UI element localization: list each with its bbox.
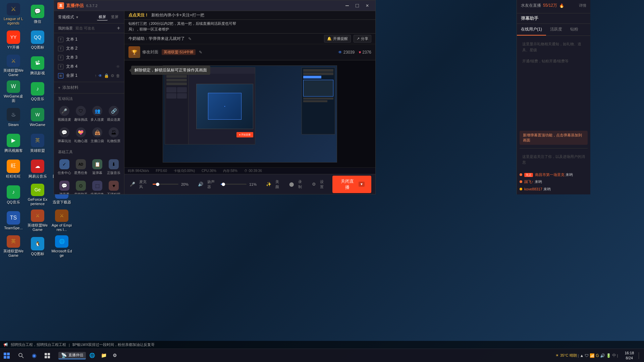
interactive-gift-vote[interactable]: 🗳 礼物投票 <box>106 125 121 145</box>
desktop-icon-geforce[interactable]: Ge GeForce Experience <box>26 182 49 207</box>
landscape-button[interactable]: 横屏 <box>97 14 108 20</box>
share-button[interactable]: ↗ 分享 <box>354 35 371 43</box>
mic-icon[interactable]: 🎤 <box>128 180 137 188</box>
detail-button[interactable]: 详情 <box>579 3 586 8</box>
taskbar-search[interactable] <box>15 350 27 362</box>
interactive-gift-wish[interactable]: 💝 礼物心愿 <box>73 125 88 145</box>
scene-item-label: 文本 1 <box>66 37 77 42</box>
desktop-icon-aoe[interactable]: ⚔ Age of Empires I... <box>50 208 73 233</box>
tab-activity[interactable]: 活跃度 <box>546 24 566 36</box>
interactive-anchor-pocket[interactable]: 👜 主播口袋 <box>90 125 105 145</box>
tool-official-music[interactable]: ⬇ 正版音乐 <box>106 157 121 177</box>
beauty-icon[interactable]: ✨ <box>265 180 273 188</box>
cpu-stat: CPU:36% <box>202 169 216 173</box>
stop-stream-button[interactable]: 关闭直播 ▼ <box>332 176 371 193</box>
desktop-icon-lol[interactable]: ⚔ League of Legends <box>2 2 25 27</box>
desktop-icon-ying-lol[interactable]: 英 英雄联盟WeGame <box>2 234 25 259</box>
desktop-icon-qq2[interactable]: 🐧 QQ图标 <box>26 234 49 259</box>
taskbar-cortana[interactable]: ◉ <box>28 350 40 362</box>
tab-diamond[interactable]: 钻粉 <box>566 24 582 36</box>
desktop-icon-teamspeak[interactable]: TS TeamSpe... <box>2 208 25 233</box>
scene-item-text1[interactable]: T 文本 1 <box>54 35 124 44</box>
tool-scene-switcher[interactable]: ⬚ 场景切换器 <box>90 179 105 194</box>
tray-ime[interactable]: 中 <box>612 353 616 358</box>
add-material-button[interactable]: + 添加材料 <box>54 82 124 94</box>
tool-return-bullet[interactable]: 📋 返弹幕 <box>90 157 105 177</box>
tool-bullet-show[interactable]: 💬 弹幕秀 <box>57 179 72 194</box>
interactive-video-link[interactable]: 🎤 视频连麦 <box>57 104 72 124</box>
interactive-challenge[interactable]: 🛡 趣味挑战 <box>73 104 88 124</box>
inner-start-stream-btn[interactable]: ● 开始直播 <box>236 132 253 137</box>
desktop-icon-wang-yun[interactable]: ☁ 网易云音乐 <box>26 157 49 182</box>
tray-volume[interactable]: 🔋 <box>606 353 611 358</box>
tool-task-center[interactable]: ✓ 任务中心 <box>57 157 72 177</box>
desktop-icon-wegame[interactable]: W WeGame <box>26 105 49 130</box>
likes-count: 2376 <box>362 50 371 55</box>
minimize-button[interactable] <box>342 2 352 9</box>
mic-volume-slider[interactable] <box>153 184 178 185</box>
desktop-icon-qq[interactable]: QQ QQ图标 <box>26 27 49 53</box>
maximize-button[interactable] <box>353 2 362 9</box>
taskbar-clock[interactable]: 16:18 8/24 <box>621 351 637 360</box>
tool-room-helper[interactable]: ⊙ 房管助手 <box>73 179 88 194</box>
edit-game-icon[interactable]: ✎ <box>199 50 202 55</box>
desktop-icon-ying2[interactable]: 英 英雄联盟 <box>26 131 49 156</box>
desktop-icon-wegame-desktop[interactable]: W WeGame桌面 <box>2 79 25 104</box>
desktop-icon-qq-music[interactable]: ♪ QQ音乐 <box>2 182 25 207</box>
new-feature-highlight[interactable]: 新增弹幕置顶功能，点击弹幕添加到画面 <box>520 131 588 145</box>
cover-area[interactable]: 🏆 修改封面 <box>128 46 158 58</box>
visible-icon[interactable]: 👁 <box>98 73 102 78</box>
start-button[interactable] <box>0 349 13 362</box>
scene-item-text3[interactable]: T 文本 3 <box>54 53 124 62</box>
tray-security[interactable]: G <box>596 353 599 358</box>
desktop-icon-yinxiong[interactable]: ⚔ 英雄联盟WeGame <box>2 53 25 78</box>
taskbar-browser[interactable]: 🌐 <box>87 352 98 359</box>
desktop-icon-wangwang[interactable]: 旺 旺旺旺旺 <box>2 157 25 182</box>
desktop-icon-yy[interactable]: YY YY开播 <box>2 27 25 53</box>
taskbar-broadcast-app[interactable]: 📡 直播伴侣 <box>58 352 86 359</box>
interactive-multi-link[interactable]: 👥 多人连麦 <box>90 104 105 124</box>
scene-item-text4[interactable]: T 文本 4 👁 <box>54 62 124 71</box>
viewers-count: 23039 <box>343 50 355 55</box>
scene-item-fullscreen[interactable]: ⊞ 全屏 1 ↑ 👁 🔒 ⚙ 🗑 <box>54 71 124 80</box>
notification-text2: $P银LWX双排过一段时间，粉丝亲都加油让反复哥 <box>72 342 155 347</box>
desktop-icon-qq-music2[interactable]: ♪ QQ音乐 <box>26 79 49 104</box>
tray-wifi[interactable]: 🔊 <box>600 353 605 358</box>
recording-icon[interactable]: ⬤ <box>288 180 296 188</box>
mic-volume-handle[interactable] <box>156 183 159 186</box>
scene-item-text2[interactable]: T 文本 2 <box>54 44 124 53</box>
desktop-icon-steam[interactable]: ♨ Steam <box>2 105 25 130</box>
taskbar-extra[interactable]: ⚙ <box>110 352 120 359</box>
tray-up-arrow[interactable]: ▲ <box>580 353 584 358</box>
tray-network[interactable]: 📶 <box>590 353 595 358</box>
settings-icon[interactable]: ⚙ <box>111 73 114 78</box>
show-desktop-button[interactable] <box>637 352 644 359</box>
tool-star-task[interactable]: AD 星秀任务 <box>73 157 88 177</box>
taskbar-folder[interactable]: 📁 <box>98 352 109 359</box>
delete-icon[interactable]: 🗑 <box>116 73 120 78</box>
tab-online-users[interactable]: 在线用户(1) <box>517 24 546 36</box>
portrait-button[interactable]: 竖屏 <box>109 14 120 20</box>
edit-icon[interactable]: ✎ <box>188 37 192 41</box>
speaker-icon[interactable]: 🔊 <box>197 180 205 188</box>
desktop-icon-weixin[interactable]: 💬 微信 <box>26 2 49 27</box>
alert-button[interactable]: 🔔 开播提醒 <box>324 35 351 43</box>
desktop-icon-tengxun[interactable]: ▶ 腾讯视频客 <box>2 131 25 156</box>
taskbar-multitask[interactable] <box>41 350 53 362</box>
close-button[interactable]: ✕ <box>363 2 372 9</box>
interactive-audience-link[interactable]: 🔗 观众连麦 <box>106 104 121 124</box>
lock-icon[interactable]: 🔒 <box>104 73 109 78</box>
desktop-icon-lol-we[interactable]: ⚔ 英雄联盟WeGame <box>26 208 49 233</box>
add-scene-button[interactable]: + <box>117 25 120 31</box>
desktop-icon-edge[interactable]: 🌐 Microsoft Edge <box>50 234 73 259</box>
up-icon[interactable]: ↑ <box>95 73 97 78</box>
settings-icon[interactable]: ⚙ <box>311 180 317 188</box>
tool-no-bother[interactable]: ♥ 不骚粉喝 <box>106 179 121 194</box>
interactive-bullet-play[interactable]: 💬 弹幕玩法 <box>57 125 72 145</box>
room-icon: ⊙ <box>76 181 86 191</box>
tray-antivirus[interactable]: 🛡 <box>585 353 589 358</box>
desktop-icon-tengxun-ying[interactable]: 📽 腾讯影视 <box>26 53 49 78</box>
speaker-volume-handle[interactable] <box>222 183 225 186</box>
speaker-volume-slider[interactable] <box>221 184 247 185</box>
mode-dropdown[interactable]: 常规模式 ▼ <box>58 14 79 20</box>
